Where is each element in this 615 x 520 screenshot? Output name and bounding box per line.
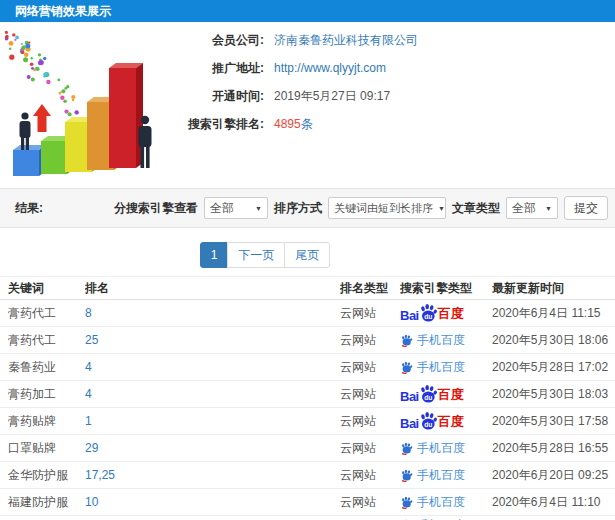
confetti-decoration bbox=[5, 31, 79, 117]
rank-link[interactable]: 25 bbox=[85, 333, 340, 347]
table-row: 膏药贴牌 1 云网站 Bai du 百度 bbox=[0, 408, 615, 435]
summary-section: 会员公司:济南秦鲁药业科技有限公司推广地址:http://www.qlyyjt.… bbox=[0, 22, 615, 188]
info-row: 推广地址:http://www.qlyyjt.com bbox=[172, 60, 418, 76]
baidu-paw-icon bbox=[400, 496, 413, 509]
up-arrow-icon bbox=[33, 104, 51, 132]
engine-cell: Bai du 百度 bbox=[400, 494, 492, 511]
col-keyword: 关键词 bbox=[8, 280, 85, 297]
baidu-paw-icon bbox=[400, 361, 413, 374]
table-row: 金华防护服 17,25 云网站 Bai du 百度 bbox=[0, 462, 615, 489]
keyword-cell: 膏药加工 bbox=[8, 386, 85, 403]
engine-cell: Bai du 百度 bbox=[400, 384, 492, 404]
rank-type-cell: 云网站 bbox=[340, 413, 400, 430]
keyword-cell: 膏药贴牌 bbox=[8, 413, 85, 430]
engine-view-label: 分搜索引擎查看 bbox=[114, 200, 198, 217]
keyword-cell: 金华防护服 bbox=[8, 467, 85, 484]
baidu-paw-icon bbox=[400, 334, 413, 347]
rank-type-cell: 云网站 bbox=[340, 305, 400, 322]
growth-chart-illustration bbox=[5, 28, 170, 180]
engine-view-select[interactable]: 全部 ▼ bbox=[204, 197, 268, 219]
updated-cell: 2020年6月20日 09:25 bbox=[492, 467, 615, 484]
baidu-pc-logo: Bai du 百度 bbox=[400, 384, 464, 404]
baidu-mobile-badge: 手机百度 bbox=[400, 332, 465, 349]
baidu-mobile-badge: 手机百度 bbox=[400, 440, 465, 457]
engine-cell: Bai du 百度 bbox=[400, 332, 492, 349]
baidu-paw-icon bbox=[400, 469, 413, 482]
table-body: 膏药代工 8 云网站 Bai du 百度 bbox=[0, 300, 615, 520]
rank-link[interactable]: 4 bbox=[85, 360, 340, 374]
rank-type-cell: 云网站 bbox=[340, 359, 400, 376]
rank-type-cell: 云网站 bbox=[340, 467, 400, 484]
info-value: 2019年5月27日 09:17 bbox=[274, 88, 390, 105]
next-page-button[interactable]: 下一页 bbox=[227, 242, 285, 268]
table-row: 膏药加工 4 云网站 Bai du 百度 bbox=[0, 381, 615, 408]
rank-link[interactable]: 8 bbox=[85, 306, 340, 320]
page-title: 网络营销效果展示 bbox=[0, 0, 615, 22]
table-row: 秦鲁药业 4 云网站 Bai du 百度 bbox=[0, 354, 615, 381]
article-type-label: 文章类型 bbox=[452, 200, 500, 217]
keyword-cell: 福建防护服 bbox=[8, 494, 85, 511]
keyword-cell: 秦鲁药业 bbox=[8, 359, 85, 376]
svg-text:du: du bbox=[424, 313, 432, 320]
updated-cell: 2020年5月30日 17:58 bbox=[492, 413, 615, 430]
marketing-report-page: 网络营销效果展示 bbox=[0, 0, 615, 520]
last-page-button[interactable]: 尾页 bbox=[284, 242, 330, 268]
rank-link[interactable]: 4 bbox=[85, 387, 340, 401]
svg-text:du: du bbox=[424, 421, 432, 428]
col-engine-type: 搜索引擎类型 bbox=[400, 280, 492, 297]
baidu-mobile-badge: 手机百度 bbox=[400, 359, 465, 376]
updated-cell: 2020年5月30日 18:03 bbox=[492, 386, 615, 403]
engine-cell: Bai du 百度 bbox=[400, 467, 492, 484]
baidu-pc-logo: Bai du 百度 bbox=[400, 303, 464, 323]
company-info: 会员公司:济南秦鲁药业科技有限公司推广地址:http://www.qlyyjt.… bbox=[172, 32, 418, 144]
updated-cell: 2020年5月28日 17:02 bbox=[492, 359, 615, 376]
article-type-select[interactable]: 全部 ▼ bbox=[506, 197, 558, 219]
rank-link[interactable]: 10 bbox=[85, 495, 340, 509]
table-row: 膏药代工 8 云网站 Bai du 百度 bbox=[0, 300, 615, 327]
rank-type-cell: 云网站 bbox=[340, 386, 400, 403]
rank-type-cell: 云网站 bbox=[340, 440, 400, 457]
result-filter-bar: 结果: 分搜索引擎查看 全部 ▼ 排序方式 关键词由短到长排序 ▼ 文章类型 全… bbox=[0, 188, 615, 228]
sort-label: 排序方式 bbox=[274, 200, 322, 217]
svg-text:du: du bbox=[424, 394, 432, 401]
keyword-cell: 膏药代工 bbox=[8, 305, 85, 322]
rank-type-cell: 云网站 bbox=[340, 494, 400, 511]
col-updated: 最新更新时间 bbox=[492, 280, 615, 297]
chevron-down-icon: ▼ bbox=[545, 205, 552, 212]
submit-button[interactable]: 提交 bbox=[564, 196, 608, 220]
col-rank: 排名 bbox=[85, 280, 340, 297]
baidu-pc-logo: Bai du 百度 bbox=[400, 411, 464, 431]
engine-cell: Bai du 百度 bbox=[400, 303, 492, 323]
businessman-figure bbox=[20, 112, 31, 150]
engine-cell: Bai du 百度 bbox=[400, 411, 492, 431]
result-label: 结果: bbox=[15, 200, 43, 217]
engine-cell: Bai du 百度 bbox=[400, 359, 492, 376]
updated-cell: 2020年6月4日 11:15 bbox=[492, 305, 615, 322]
page-1-button[interactable]: 1 bbox=[200, 242, 229, 268]
baidu-paw-icon: du bbox=[418, 303, 438, 323]
updated-cell: 2020年5月28日 16:55 bbox=[492, 440, 615, 457]
rank-link[interactable]: 17,25 bbox=[85, 468, 340, 482]
info-row: 搜索引擎排名:4895条 bbox=[172, 116, 418, 132]
info-value[interactable]: 济南秦鲁药业科技有限公司 bbox=[274, 32, 418, 49]
info-label: 开通时间: bbox=[172, 88, 264, 105]
rank-link[interactable]: 1 bbox=[85, 414, 340, 428]
info-row: 会员公司:济南秦鲁药业科技有限公司 bbox=[172, 32, 418, 48]
info-value: 4895条 bbox=[274, 116, 313, 133]
table-row: 福建防护服 10 云网站 Bai du 百度 bbox=[0, 489, 615, 516]
keyword-cell: 口罩贴牌 bbox=[8, 440, 85, 457]
table-row: 膏药代工 25 云网站 Bai du 百度 bbox=[0, 327, 615, 354]
engine-cell: Bai du 百度 bbox=[400, 440, 492, 457]
ranking-table: 关键词 排名 排名类型 搜索引擎类型 最新更新时间 膏药代工 8 云网站 Bai bbox=[0, 276, 615, 520]
info-value[interactable]: http://www.qlyyjt.com bbox=[274, 61, 386, 75]
sort-select[interactable]: 关键词由短到长排序 ▼ bbox=[328, 197, 446, 219]
info-row: 开通时间:2019年5月27日 09:17 bbox=[172, 88, 418, 104]
updated-cell: 2020年6月4日 11:10 bbox=[492, 494, 615, 511]
info-label: 推广地址: bbox=[172, 60, 264, 77]
updated-cell: 2020年5月30日 18:06 bbox=[492, 332, 615, 349]
info-label: 搜索引擎排名: bbox=[172, 116, 264, 133]
table-row: 口罩贴牌 29 云网站 Bai du 百度 bbox=[0, 435, 615, 462]
chevron-down-icon: ▼ bbox=[255, 205, 262, 212]
rank-link[interactable]: 29 bbox=[85, 441, 340, 455]
baidu-mobile-badge: 手机百度 bbox=[400, 467, 465, 484]
